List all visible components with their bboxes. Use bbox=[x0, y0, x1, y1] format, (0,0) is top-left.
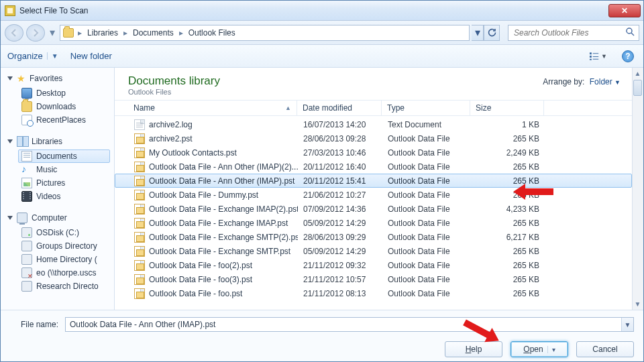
svg-rect-6 bbox=[590, 58, 592, 60]
library-subtitle: Outlook Files bbox=[128, 88, 630, 96]
forward-button[interactable] bbox=[26, 24, 45, 42]
filename-combo[interactable]: ▼ bbox=[65, 317, 634, 332]
file-size: 1 KB bbox=[471, 120, 545, 129]
file-icon bbox=[134, 147, 145, 158]
scroll-thumb[interactable] bbox=[633, 80, 642, 96]
file-row[interactable]: Outlook Data File - Dummy.pst21/06/2012 … bbox=[115, 188, 632, 202]
file-icon bbox=[134, 246, 145, 257]
file-row[interactable]: Outlook Data File - Ann Other (IMAP)(2).… bbox=[115, 160, 632, 174]
file-row[interactable]: Outlook Data File - foo(3).pst21/11/2012… bbox=[115, 272, 632, 286]
search-box[interactable] bbox=[508, 25, 639, 41]
svg-rect-5 bbox=[593, 56, 598, 57]
file-row[interactable]: Outlook Data File - Exchange IMAP(2).pst… bbox=[115, 202, 632, 216]
breadcrumb[interactable]: Documents bbox=[131, 27, 175, 38]
organize-menu[interactable]: Organize▼ bbox=[7, 51, 58, 61]
file-row[interactable]: Outlook Data File - Ann Other (IMAP).pst… bbox=[115, 174, 632, 188]
sidebar-group-favorites[interactable]: ★ Favorites bbox=[7, 73, 110, 84]
file-row[interactable]: Outlook Data File - foo.pst21/11/2012 08… bbox=[115, 286, 632, 300]
sidebar: ★ Favorites Desktop Downloads RecentPlac… bbox=[1, 68, 115, 310]
file-row[interactable]: Outlook Data File - Exchange IMAP.pst05/… bbox=[115, 216, 632, 230]
sidebar-group-computer[interactable]: Computer bbox=[7, 213, 110, 223]
new-folder-button[interactable]: New folder bbox=[70, 51, 112, 61]
file-row[interactable]: archive2.pst28/06/2013 09:28Outlook Data… bbox=[115, 131, 632, 145]
file-icon bbox=[134, 190, 145, 200]
sidebar-item-osdisk[interactable]: OSDisk (C:) bbox=[18, 226, 110, 239]
app-icon bbox=[5, 5, 15, 16]
file-date: 28/06/2013 09:28 bbox=[298, 134, 382, 143]
column-type[interactable]: Type bbox=[382, 101, 470, 115]
videos-icon bbox=[21, 191, 32, 202]
file-type: Outlook Data File bbox=[382, 162, 471, 172]
breadcrumb[interactable]: Libraries bbox=[86, 27, 119, 38]
open-button[interactable]: Open▾ bbox=[511, 341, 568, 357]
chevron-down-icon[interactable]: ▼ bbox=[621, 318, 633, 331]
scrollbar[interactable]: ▲ ▼ bbox=[632, 68, 643, 310]
file-type: Text Document bbox=[382, 120, 471, 129]
sidebar-item-videos[interactable]: Videos bbox=[18, 190, 110, 203]
sidebar-item-music[interactable]: ♪Music bbox=[18, 163, 110, 176]
column-name[interactable]: Name▲ bbox=[128, 101, 297, 115]
filename-label: File name: bbox=[10, 320, 58, 329]
file-name: Outlook Data File - foo.pst bbox=[149, 289, 242, 298]
sidebar-item-research-dir[interactable]: Research Directo bbox=[18, 280, 110, 293]
sidebar-item-eo-drive[interactable]: eo (\\thorpe.uscs bbox=[18, 266, 110, 280]
address-dropdown[interactable]: ▾ bbox=[472, 25, 484, 41]
file-name: Outlook Data File - foo(2).pst bbox=[149, 261, 252, 270]
file-date: 21/06/2012 10:27 bbox=[298, 190, 382, 200]
nav-history-dropdown[interactable]: ▾ bbox=[48, 26, 57, 39]
help-button[interactable]: ? bbox=[619, 49, 637, 64]
svg-rect-7 bbox=[593, 58, 598, 59]
sidebar-item-documents[interactable]: Documents bbox=[18, 149, 110, 163]
network-drive-disconnected-icon bbox=[21, 267, 32, 278]
sidebar-item-pictures[interactable]: Pictures bbox=[18, 176, 110, 190]
file-icon bbox=[134, 232, 145, 243]
arrange-by[interactable]: Arrange by: Folder ▼ bbox=[543, 77, 621, 86]
svg-rect-3 bbox=[593, 53, 598, 54]
svg-rect-4 bbox=[590, 56, 592, 58]
file-type: Outlook Data File bbox=[382, 275, 471, 284]
breadcrumb[interactable]: Outlook Files bbox=[187, 27, 237, 38]
folder-icon bbox=[63, 28, 74, 38]
file-size: 265 KB bbox=[471, 134, 545, 143]
file-size: 265 KB bbox=[471, 219, 545, 228]
music-icon: ♪ bbox=[21, 164, 32, 175]
sidebar-item-groups-dir[interactable]: Groups Directory bbox=[18, 239, 110, 253]
filename-input[interactable] bbox=[65, 317, 634, 332]
search-input[interactable] bbox=[513, 27, 623, 38]
file-name: Outlook Data File - Ann Other (IMAP).pst bbox=[149, 176, 294, 186]
file-row[interactable]: My Outlook Contacts.pst27/03/2013 10:46O… bbox=[115, 145, 632, 160]
sidebar-group-libraries[interactable]: Libraries bbox=[7, 136, 110, 147]
cancel-button[interactable]: Cancel bbox=[576, 341, 634, 357]
scroll-down-icon[interactable]: ▼ bbox=[632, 298, 643, 310]
refresh-button[interactable] bbox=[484, 25, 500, 41]
file-date: 20/11/2012 16:40 bbox=[298, 162, 382, 172]
sidebar-item-desktop[interactable]: Desktop bbox=[18, 86, 110, 100]
scroll-up-icon[interactable]: ▲ bbox=[632, 68, 643, 79]
chevron-right-icon: ▸ bbox=[78, 28, 82, 38]
back-button[interactable] bbox=[5, 24, 23, 42]
file-icon bbox=[134, 176, 145, 186]
close-button[interactable]: ✕ bbox=[608, 4, 641, 17]
file-type: Outlook Data File bbox=[382, 247, 471, 256]
close-icon: ✕ bbox=[621, 7, 628, 15]
sidebar-item-home-dir[interactable]: Home Directory ( bbox=[18, 253, 110, 266]
file-name: Outlook Data File - Dummy.pst bbox=[149, 190, 258, 200]
file-open-dialog: Select File To Scan ✕ ▾ ▸ Libraries ▸ Do… bbox=[0, 0, 644, 362]
svg-point-0 bbox=[627, 28, 632, 34]
column-date[interactable]: Date modified bbox=[297, 101, 382, 115]
svg-rect-2 bbox=[590, 52, 592, 54]
chevron-right-icon: ▸ bbox=[123, 28, 127, 38]
help-button[interactable]: Help bbox=[445, 341, 502, 357]
file-row[interactable]: archive2.log16/07/2013 14:20Text Documen… bbox=[115, 117, 632, 131]
file-type: Outlook Data File bbox=[382, 261, 471, 270]
address-bar[interactable]: ▸ Libraries ▸ Documents ▸ Outlook Files bbox=[60, 25, 470, 41]
sidebar-item-downloads[interactable]: Downloads bbox=[18, 100, 110, 113]
sidebar-item-recent[interactable]: RecentPlaces bbox=[18, 113, 110, 127]
file-row[interactable]: Outlook Data File - foo(2).pst21/11/2012… bbox=[115, 258, 632, 272]
column-size[interactable]: Size bbox=[470, 101, 544, 115]
file-row[interactable]: Outlook Data File - Exchange SMTP.pst05/… bbox=[115, 244, 632, 258]
arrow-left-icon bbox=[10, 29, 18, 37]
view-mode-button[interactable]: ▼ bbox=[590, 49, 607, 64]
file-row[interactable]: Outlook Data File - Exchange SMTP(2).pst… bbox=[115, 230, 632, 244]
file-icon bbox=[134, 288, 145, 299]
